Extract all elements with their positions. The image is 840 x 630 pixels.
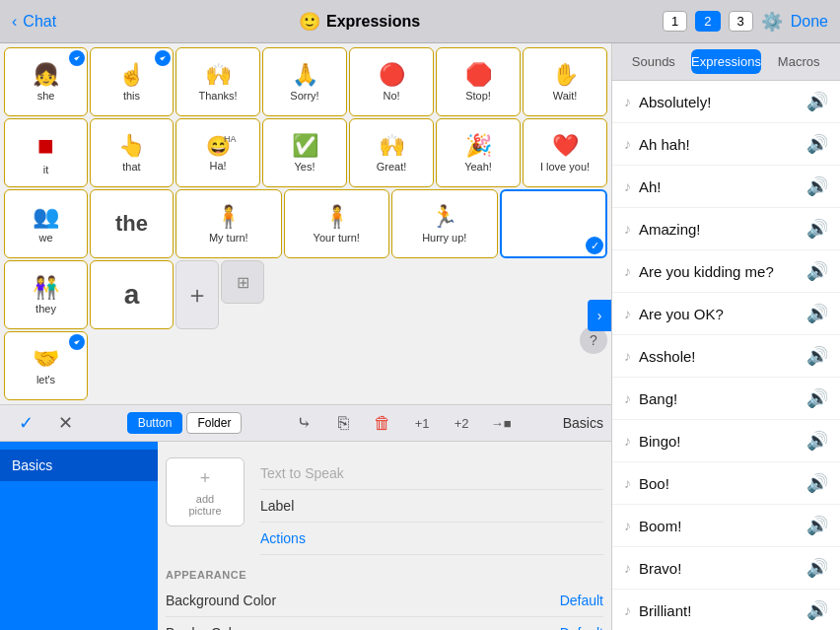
cell-they[interactable]: 👫 they [4, 260, 88, 329]
settings-icon[interactable]: ⚙️ [761, 11, 783, 33]
cell-yeah[interactable]: 🎉 Yeah! [436, 118, 521, 187]
speaker-icon[interactable]: 🔊 [806, 303, 828, 324]
back-button[interactable]: ‹ Chat [12, 13, 56, 31]
speaker-icon[interactable]: 🔊 [806, 133, 828, 155]
confirm-button[interactable]: ✓ [8, 405, 43, 441]
speaker-icon[interactable]: 🔊 [806, 599, 828, 621]
expression-item[interactable]: ♪ Absolutely! 🔊 [612, 81, 840, 123]
page-2-button[interactable]: 2 [695, 11, 720, 32]
cell-lets[interactable]: 🤝 let's [4, 331, 88, 400]
speaker-icon[interactable]: 🔊 [806, 260, 828, 282]
cell-sorry[interactable]: 🙏 Sorry! [262, 47, 347, 116]
tab-macros[interactable]: Macros [763, 49, 834, 74]
cell-yourturn[interactable]: 🧍 Your turn! [284, 189, 390, 258]
folder-tab[interactable]: Folder [186, 412, 242, 434]
expressions-panel: Sounds Expressions Macros ♪ Absolutely! … [611, 43, 840, 630]
add-column-button[interactable]: ⊞ [221, 260, 264, 304]
cell-myturn[interactable]: 🧍 My turn! [175, 189, 282, 258]
expression-item[interactable]: ♪ Boom! 🔊 [612, 505, 840, 547]
expression-item[interactable]: ♪ Ah hah! 🔊 [612, 123, 840, 166]
cell-no[interactable]: 🔴 No! [349, 47, 434, 116]
speaker-icon[interactable]: 🔊 [806, 557, 828, 579]
speaker-icon[interactable]: 🔊 [806, 175, 828, 197]
add-cell-button[interactable]: ＋ [175, 260, 219, 329]
add-picture-button[interactable]: + add picture [166, 457, 245, 526]
music-note-icon: ♪ [624, 518, 631, 533]
expressions-tabs: Sounds Expressions Macros [612, 43, 840, 81]
cell-yes[interactable]: ✅ Yes! [262, 118, 347, 187]
expression-item[interactable]: ♪ Ah! 🔊 [612, 166, 840, 208]
speaker-icon[interactable]: 🔊 [806, 430, 828, 452]
expression-item[interactable]: ♪ Brilliant! 🔊 [612, 590, 840, 630]
speaker-icon[interactable]: 🔊 [806, 218, 828, 240]
step3-button[interactable]: →■ [483, 405, 519, 441]
cell-it[interactable]: ■ it [4, 118, 88, 187]
cell-stop[interactable]: 🛑 Stop! [436, 47, 521, 116]
expand-panel-button[interactable]: › [588, 300, 611, 331]
cell-ha[interactable]: 😄HA Ha! [175, 118, 260, 187]
cell-that[interactable]: 👆 that [90, 118, 174, 187]
grid-row-1: 😄HA Ha! ✅ Yes! 🙌 Great! 🎉 [175, 118, 607, 187]
cell-we[interactable]: 👥 we [4, 189, 88, 258]
main-grid: 🙌 Thanks! 🙏 Sorry! 🔴 No! 🛑 [175, 47, 607, 400]
speaker-icon[interactable]: 🔊 [806, 472, 828, 494]
cell-a[interactable]: a [90, 260, 174, 329]
label-field[interactable]: Label [260, 490, 603, 523]
cell-iloveyou[interactable]: ❤️ I love you! [523, 118, 607, 187]
cell-hurryup[interactable]: 🏃 Hurry up! [391, 189, 498, 258]
expression-item[interactable]: ♪ Bravo! 🔊 [612, 547, 840, 590]
cell-the[interactable]: the [90, 189, 174, 258]
cell-this[interactable]: ☝️ this [90, 47, 174, 116]
expression-item[interactable]: ♪ Boo! 🔊 [612, 462, 840, 505]
copy-button[interactable]: ⎘ [325, 405, 361, 441]
music-note-icon: ♪ [624, 475, 631, 491]
bg-color-value[interactable]: Default [560, 593, 603, 608]
toolbar-row: ✓ ✕ Button Folder ⤷ ⎘ 🗑 +1 +2 →■ Basics [0, 404, 611, 441]
cell-she[interactable]: 👧 she [4, 47, 88, 116]
cell-great[interactable]: 🙌 Great! [349, 118, 434, 187]
music-note-icon: ♪ [624, 221, 631, 237]
music-note-icon: ♪ [624, 560, 631, 576]
delete-button[interactable]: 🗑 [365, 405, 400, 441]
expression-item[interactable]: ♪ Bang! 🔊 [612, 378, 840, 420]
step1-button[interactable]: +1 [404, 405, 440, 441]
music-note-icon: ♪ [624, 390, 631, 406]
expression-item[interactable]: ♪ Amazing! 🔊 [612, 208, 840, 250]
move-button[interactable]: ⤷ [286, 405, 321, 441]
sidebar-item-basics[interactable]: Basics [0, 450, 158, 481]
actions-field[interactable]: Actions [260, 523, 603, 555]
tab-sounds[interactable]: Sounds [618, 49, 689, 74]
border-color-value[interactable]: Default [560, 625, 603, 630]
button-tab[interactable]: Button [127, 412, 183, 434]
cell-empty-selected[interactable]: ✓ [500, 189, 608, 258]
expression-item[interactable]: ♪ Are you OK? 🔊 [612, 293, 840, 335]
music-note-icon: ♪ [624, 602, 631, 618]
music-note-icon: ♪ [624, 263, 631, 279]
cancel-button[interactable]: ✕ [47, 405, 83, 441]
title-area: 🙂 Expressions [299, 11, 420, 33]
appearance-header: APPEARANCE [166, 563, 603, 585]
speaker-icon[interactable]: 🔊 [806, 387, 828, 409]
speaker-icon[interactable]: 🔊 [806, 91, 828, 112]
expression-label: Absolutely! [639, 94, 799, 110]
speaker-icon[interactable]: 🔊 [806, 345, 828, 367]
done-button[interactable]: Done [791, 13, 828, 31]
grid-row-add: ＋ ⊞ [175, 260, 607, 329]
expression-item[interactable]: ♪ Bingo! 🔊 [612, 420, 840, 462]
page-3-button[interactable]: 3 [729, 11, 753, 32]
expression-item[interactable]: ♪ Asshole! 🔊 [612, 335, 840, 378]
cell-thanks[interactable]: 🙌 Thanks! [175, 47, 260, 116]
form-fields: Text to Speak Label Actions [260, 457, 603, 555]
speaker-icon[interactable]: 🔊 [806, 515, 828, 536]
symbol-grid: 👧 she ■ it 👥 we 👫 [0, 43, 611, 404]
expression-label: Bingo! [639, 433, 799, 450]
expression-label: Ah hah! [639, 136, 799, 153]
page-1-button[interactable]: 1 [663, 11, 687, 32]
cell-wait[interactable]: ✋ Wait! [523, 47, 607, 116]
expression-item[interactable]: ♪ Are you kidding me? 🔊 [612, 250, 840, 293]
add-picture-label: add picture [188, 493, 221, 517]
step2-button[interactable]: +2 [444, 405, 479, 441]
main-content: 👧 she ■ it 👥 we 👫 [0, 43, 840, 630]
music-note-icon: ♪ [624, 136, 631, 152]
tab-expressions[interactable]: Expressions [691, 49, 762, 74]
